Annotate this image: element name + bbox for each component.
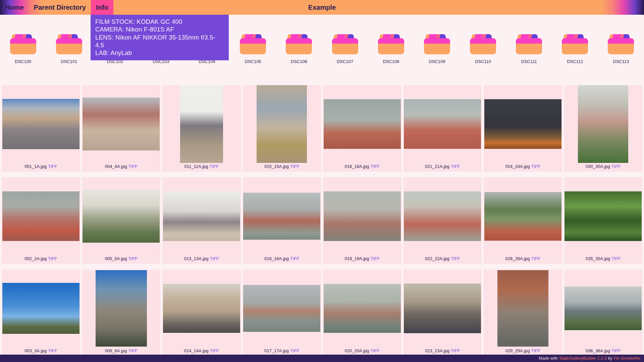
image-filename: 016_16A.jpg — [264, 256, 289, 261]
footer-author-link[interactable]: Flo Greistorfer. — [613, 356, 641, 361]
image-filename: 035_35A.jpg — [586, 256, 610, 261]
tiff-link[interactable]: TIFF — [451, 164, 460, 169]
thumbnail-image[interactable] — [163, 191, 240, 241]
tiff-link[interactable]: TIFF — [128, 256, 137, 261]
folder-item-dsc111[interactable]: DSC111 — [506, 34, 552, 64]
folder-item-dsc112[interactable]: DSC112 — [552, 34, 598, 64]
thumbnail-image[interactable] — [484, 192, 561, 241]
thumbnail-image[interactable] — [83, 98, 160, 150]
folder-item-dsc110[interactable]: DSC110 — [460, 34, 506, 64]
thumbnail-image[interactable] — [404, 99, 481, 149]
tiff-link[interactable]: TIFF — [531, 348, 540, 353]
folder-label: DSC110 — [460, 59, 506, 64]
thumbnail-wrap — [82, 269, 161, 347]
thumbnail-image[interactable] — [324, 284, 401, 333]
tiff-link[interactable]: TIFF — [451, 256, 460, 261]
thumbnail-image[interactable] — [324, 99, 401, 149]
image-filename: 001_1A.jpg — [24, 164, 47, 169]
folder-item-dsc100[interactable]: DSC100 — [0, 34, 46, 64]
folder-item-dsc101[interactable]: DSC101 — [46, 34, 92, 64]
tiff-link[interactable]: TIFF — [210, 164, 219, 169]
tiff-link[interactable]: TIFF — [451, 348, 460, 353]
tiff-link[interactable]: TIFF — [128, 348, 137, 353]
thumbnail-image[interactable] — [2, 283, 79, 334]
tiff-link[interactable]: TIFF — [371, 164, 380, 169]
thumbnail-image[interactable] — [180, 85, 223, 163]
thumbnail-image[interactable] — [96, 270, 147, 347]
thumbnail-image[interactable] — [565, 191, 642, 241]
thumbnail-image[interactable] — [404, 191, 481, 241]
folder-flap — [286, 38, 312, 44]
gallery-cell: 015_15A.jpgTIFF — [243, 85, 321, 172]
folder-item-dsc105[interactable]: DSC105 — [230, 34, 276, 64]
thumbnail-wrap — [82, 85, 161, 163]
nav-item-parent-directory[interactable]: Parent Directory — [29, 0, 91, 15]
nav-item-info[interactable]: Info — [91, 0, 113, 15]
folder-label: DSC101 — [46, 59, 92, 64]
folder-label: DSC108 — [368, 59, 414, 64]
tiff-link[interactable]: TIFF — [290, 164, 299, 169]
info-popup-line-lab: LAB: AnyLab — [95, 49, 224, 57]
info-popup-line-filmstock: FILM STOCK: KODAK GC 400 — [95, 18, 224, 25]
folder-label: DSC109 — [414, 59, 460, 64]
tiff-link[interactable]: TIFF — [48, 164, 57, 169]
gallery-grid: 001_1A.jpgTIFF004_4A.jpgTIFF011_11A.jpgT… — [0, 85, 644, 356]
thumbnail-wrap — [564, 85, 643, 163]
thumbnail-image[interactable] — [83, 190, 160, 243]
folder-label: DSC113 — [598, 59, 644, 64]
thumbnail-caption: 022_22A.jpgTIFF — [404, 255, 482, 264]
tiff-link[interactable]: TIFF — [531, 164, 540, 169]
thumbnail-image[interactable] — [2, 99, 79, 149]
tiff-link[interactable]: TIFF — [290, 256, 299, 261]
thumbnail-caption: 035_35A.jpgTIFF — [564, 255, 643, 264]
footer-builder-link[interactable]: StaticGalleryBuilder 2.2.3 — [559, 356, 606, 361]
tiff-link[interactable]: TIFF — [611, 164, 621, 169]
thumbnail-wrap — [404, 269, 482, 347]
tiff-link[interactable]: TIFF — [290, 348, 299, 353]
thumbnail-image[interactable] — [243, 285, 320, 332]
tiff-link[interactable]: TIFF — [128, 164, 137, 169]
thumbnail-caption: 015_15A.jpgTIFF — [243, 163, 321, 172]
folder-flap — [470, 38, 496, 44]
tiff-link[interactable]: TIFF — [371, 348, 380, 353]
thumbnail-caption: 024_24A.jpgTIFF — [484, 163, 562, 172]
thumbnail-image[interactable] — [243, 193, 320, 240]
folder-flap — [240, 38, 266, 44]
image-filename: 024_24A.jpg — [505, 164, 530, 169]
folder-item-dsc113[interactable]: DSC113 — [598, 34, 644, 64]
tiff-link[interactable]: TIFF — [48, 348, 57, 353]
folder-item-dsc107[interactable]: DSC107 — [322, 34, 368, 64]
thumbnail-image[interactable] — [257, 85, 307, 163]
nav-item-home[interactable]: Home — [0, 0, 29, 15]
tiff-link[interactable]: TIFF — [371, 256, 380, 261]
thumbnail-image[interactable] — [578, 85, 628, 163]
tiff-link[interactable]: TIFF — [611, 256, 621, 261]
thumbnail-caption: 004_4A.jpgTIFF — [82, 163, 161, 172]
folder-icon — [332, 34, 358, 54]
thumbnail-image[interactable] — [324, 191, 401, 241]
gallery-cell: 016_16A.jpgTIFF — [243, 177, 321, 264]
image-filename: 018_18A.jpg — [345, 164, 369, 169]
gallery-cell: 003_3A.jpgTIFF — [2, 269, 80, 356]
folder-label: DSC105 — [230, 59, 276, 64]
thumbnail-image[interactable] — [484, 99, 561, 149]
folder-icon — [562, 34, 588, 54]
thumbnail-image[interactable] — [163, 284, 240, 333]
tiff-link[interactable]: TIFF — [210, 348, 219, 353]
tiff-link[interactable]: TIFF — [611, 348, 621, 353]
folder-item-dsc108[interactable]: DSC108 — [368, 34, 414, 64]
thumbnail-image[interactable] — [2, 191, 79, 241]
tiff-link[interactable]: TIFF — [48, 256, 57, 261]
thumbnail-image[interactable] — [404, 284, 481, 333]
thumbnail-image[interactable] — [565, 287, 642, 330]
thumbnail-wrap — [323, 269, 401, 347]
thumbnail-wrap — [323, 177, 401, 255]
tiff-link[interactable]: TIFF — [210, 256, 219, 261]
tiff-link[interactable]: TIFF — [531, 256, 540, 261]
thumbnail-image[interactable] — [497, 270, 548, 347]
folder-item-dsc106[interactable]: DSC106 — [276, 34, 322, 64]
gallery-cell: 022_22A.jpgTIFF — [404, 177, 482, 264]
folder-item-dsc109[interactable]: DSC109 — [414, 34, 460, 64]
image-filename: 005_5A.jpg — [105, 256, 127, 261]
thumbnail-caption: 021_21A.jpgTIFF — [404, 163, 482, 172]
